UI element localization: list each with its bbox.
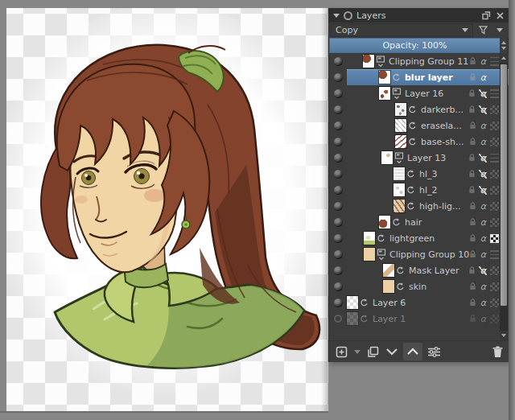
lock-icon[interactable] [469,202,476,210]
close-docker-icon[interactable] [495,10,505,20]
lock-icon[interactable] [469,138,476,146]
layer-row-body[interactable]: Mask Layerα [347,262,509,278]
alpha-lock-icon[interactable] [490,89,499,98]
layer-row[interactable]: Layer 1α [329,311,509,327]
delete-layer-button[interactable] [491,343,505,360]
alpha-lock-icon[interactable] [490,299,499,307]
layer-row[interactable]: erasela...α [329,117,509,134]
lock-icon[interactable] [469,234,476,242]
inherit-alpha-icon[interactable]: α [480,218,487,227]
alpha-lock-icon[interactable] [490,57,499,66]
opacity-slider[interactable]: Opacity: 100% [329,38,509,53]
collapse-chevron-icon[interactable] [333,14,340,18]
float-docker-icon[interactable] [481,10,491,20]
visibility-toggle[interactable] [329,117,347,134]
layer-row[interactable]: darkerb...α [329,101,509,117]
layer-row-body[interactable]: Layer 1α [347,311,509,327]
spin-down-icon[interactable] [501,47,506,50]
alpha-lock-icon[interactable] [490,154,499,163]
layer-row-body[interactable]: erasela...α [347,117,509,134]
alpha-lock-icon[interactable] [490,121,499,130]
inherit-alpha-icon[interactable]: α [479,266,487,275]
layer-row-body[interactable]: hl_2α [347,182,509,198]
visibility-toggle[interactable] [329,150,347,166]
inherit-alpha-icon[interactable]: α [480,73,487,82]
lock-icon[interactable] [469,282,476,290]
layer-row[interactable]: Layer 13α [329,150,509,166]
alpha-lock-icon[interactable] [490,138,499,146]
visibility-toggle[interactable] [329,101,347,117]
alpha-lock-icon[interactable] [490,234,499,243]
layer-row[interactable]: Layer 16α [329,85,509,101]
visibility-toggle[interactable] [329,230,347,246]
inherit-alpha-icon[interactable]: α [479,154,487,163]
lock-icon[interactable] [469,250,476,258]
lock-icon[interactable] [468,170,476,178]
scroll-down-icon[interactable] [500,331,508,340]
inherit-alpha-icon[interactable]: α [480,250,487,259]
visibility-toggle[interactable] [329,311,347,327]
lock-icon[interactable] [468,186,476,194]
add-layer-options-button[interactable] [352,343,362,360]
layer-row-body[interactable]: base-sh...α [347,134,509,150]
lock-icon[interactable] [468,105,476,113]
layer-row-body[interactable]: high-lig...α [347,198,509,214]
layer-row-body[interactable]: Layer 16α [347,85,509,101]
layer-row-body[interactable]: Layer 6α [347,294,509,311]
visibility-toggle[interactable] [329,246,347,262]
layer-list-scrollbar[interactable] [500,53,508,340]
layer-row-body[interactable]: Clipping Group 10α [347,246,509,262]
alpha-lock-icon[interactable] [490,105,499,114]
filter-dropdown[interactable] [492,23,507,37]
scrollbar-thumb[interactable] [501,64,507,306]
lock-icon[interactable] [468,266,476,274]
layer-row-body[interactable]: Clipping Group 11α [347,53,509,69]
layer-row[interactable]: Clipping Group 11α [329,53,509,69]
lock-icon[interactable] [469,121,476,130]
layer-row[interactable]: Clipping Group 10α [329,246,509,262]
lock-icon[interactable] [468,154,476,162]
alpha-lock-icon[interactable] [490,218,499,227]
layer-row[interactable]: skinα [329,278,509,294]
lock-icon[interactable] [469,315,476,323]
alpha-lock-icon[interactable] [490,266,499,275]
layer-row-body[interactable]: blur layerα [347,69,509,85]
visibility-toggle[interactable] [329,182,347,198]
visibility-toggle[interactable] [329,69,347,85]
alpha-lock-icon[interactable] [490,250,499,259]
inherit-alpha-icon[interactable]: α [479,105,487,114]
layer-row-body[interactable]: darkerb...α [347,101,509,117]
visibility-toggle[interactable] [329,262,347,278]
inherit-alpha-icon[interactable]: α [479,170,487,179]
visibility-toggle[interactable] [329,134,347,150]
visibility-toggle[interactable] [329,294,347,311]
layer-row-body[interactable]: Layer 13α [347,150,509,166]
inherit-alpha-icon[interactable]: α [480,121,487,130]
alpha-lock-icon[interactable] [490,202,499,211]
inherit-alpha-icon[interactable]: α [480,138,487,146]
alpha-lock-icon[interactable] [490,170,499,179]
alpha-lock-icon[interactable] [490,282,499,291]
alpha-lock-icon[interactable] [490,186,499,195]
visibility-toggle[interactable] [329,85,347,101]
inherit-alpha-icon[interactable]: α [480,234,487,243]
inherit-alpha-icon[interactable]: α [480,299,487,307]
visibility-toggle[interactable] [329,166,347,182]
visibility-toggle[interactable] [329,198,347,214]
inherit-alpha-icon[interactable]: α [479,89,487,98]
layer-row[interactable]: Mask Layerα [329,262,509,278]
visibility-toggle[interactable] [329,53,347,69]
layer-row[interactable]: high-lig...α [329,198,509,214]
visibility-toggle[interactable] [329,214,347,230]
layer-row[interactable]: hl_2α [329,182,509,198]
layer-row[interactable]: hl_3α [329,166,509,182]
layer-row[interactable]: blur layerα [329,69,509,85]
duplicate-layer-button[interactable] [365,343,381,360]
lock-icon[interactable] [469,57,476,65]
alpha-lock-icon[interactable] [490,315,499,323]
layer-row[interactable]: base-sh...α [329,134,509,150]
add-layer-button[interactable] [334,343,349,360]
layer-row[interactable]: Layer 6α [329,294,509,311]
layer-row-body[interactable]: hairα [347,214,509,230]
visibility-toggle[interactable] [329,278,347,294]
